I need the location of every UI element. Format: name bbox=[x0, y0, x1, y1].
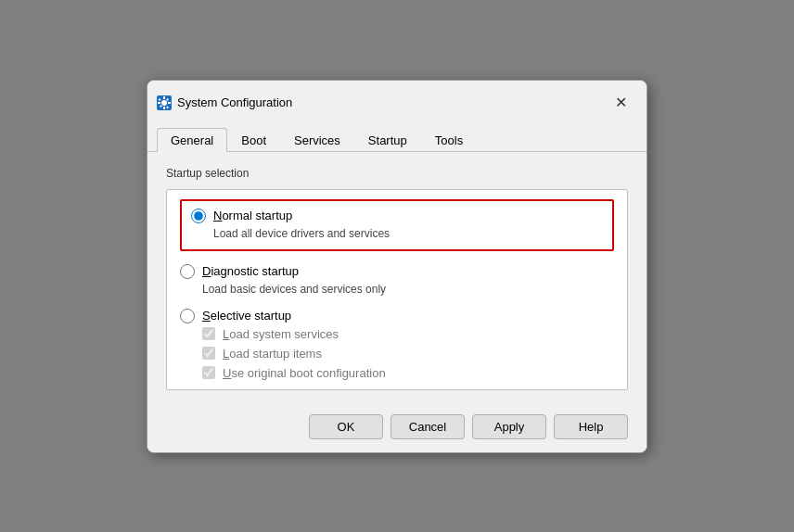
startup-options-box: Normal startup Load all device drivers a… bbox=[166, 189, 628, 390]
tab-tools[interactable]: Tools bbox=[421, 128, 477, 152]
help-button[interactable]: Help bbox=[554, 414, 628, 439]
load-startup-items-checkbox[interactable] bbox=[202, 347, 215, 360]
tab-services[interactable]: Services bbox=[280, 128, 354, 152]
normal-startup-radio[interactable] bbox=[191, 209, 206, 223]
load-system-services-label: Load system services bbox=[223, 327, 339, 341]
tab-startup[interactable]: Startup bbox=[354, 128, 421, 152]
use-original-boot-row: Use original boot configuration bbox=[202, 366, 614, 380]
svg-point-1 bbox=[161, 100, 167, 106]
apply-button[interactable]: Apply bbox=[472, 414, 546, 439]
load-startup-items-row: Load startup items bbox=[202, 347, 614, 361]
tab-general[interactable]: General bbox=[157, 128, 227, 152]
use-original-boot-label: Use original boot configuration bbox=[223, 366, 386, 380]
dialog-content: Startup selection Normal startup Load al… bbox=[147, 152, 647, 405]
diagnostic-startup-group: Diagnostic startup Load basic devices an… bbox=[180, 264, 614, 296]
selective-startup-group: Selective startup Load system services L… bbox=[180, 309, 614, 380]
load-system-services-checkbox[interactable] bbox=[202, 327, 215, 340]
diagnostic-startup-label: Diagnostic startup bbox=[202, 264, 299, 278]
dialog-title: System Configuration bbox=[177, 95, 292, 109]
system-configuration-dialog: System Configuration ✕ General Boot Serv… bbox=[147, 80, 647, 453]
use-original-boot-checkbox[interactable] bbox=[202, 366, 215, 379]
selective-startup-radio[interactable] bbox=[180, 309, 195, 323]
diagnostic-startup-row: Diagnostic startup bbox=[180, 264, 614, 279]
selective-startup-row: Selective startup bbox=[180, 309, 614, 323]
ok-button[interactable]: OK bbox=[309, 414, 383, 439]
dialog-footer: OK Cancel Apply Help bbox=[147, 405, 647, 452]
cancel-button[interactable]: Cancel bbox=[391, 414, 465, 439]
load-startup-items-label: Load startup items bbox=[223, 347, 322, 361]
title-bar-left: System Configuration bbox=[157, 95, 292, 110]
dialog-icon bbox=[157, 95, 172, 110]
selective-startup-label: Selective startup bbox=[202, 309, 291, 323]
normal-startup-group: Normal startup Load all device drivers a… bbox=[180, 199, 614, 251]
close-button[interactable]: ✕ bbox=[608, 90, 634, 116]
diagnostic-startup-radio[interactable] bbox=[180, 264, 195, 279]
normal-startup-highlight: Normal startup Load all device drivers a… bbox=[180, 199, 614, 251]
tab-bar: General Boot Services Startup Tools bbox=[147, 120, 647, 152]
diagnostic-startup-description: Load basic devices and services only bbox=[202, 283, 614, 296]
section-label: Startup selection bbox=[166, 167, 628, 180]
load-system-services-row: Load system services bbox=[202, 327, 614, 341]
normal-startup-row: Normal startup bbox=[191, 209, 603, 223]
tab-boot[interactable]: Boot bbox=[227, 128, 280, 152]
normal-startup-description: Load all device drivers and services bbox=[213, 227, 603, 240]
normal-startup-label: Normal startup bbox=[213, 209, 292, 222]
title-bar: System Configuration ✕ bbox=[147, 81, 647, 116]
